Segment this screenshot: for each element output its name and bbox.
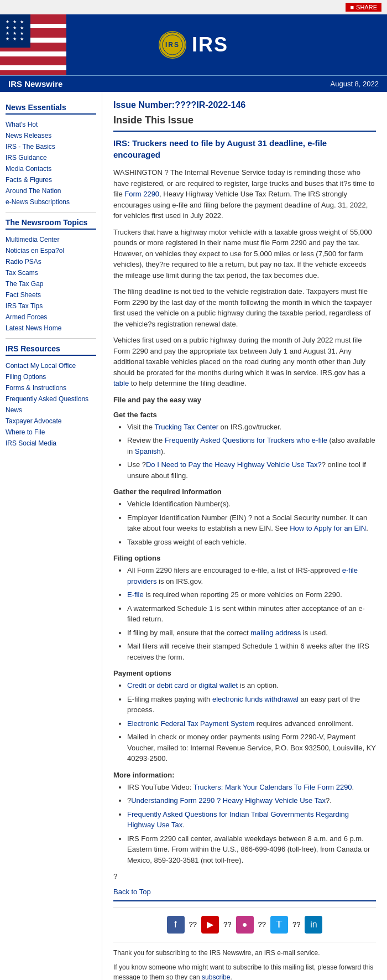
sidebar-item-where-to-file[interactable]: Where to File [6,427,96,438]
sidebar-item-fact-sheets[interactable]: Fact Sheets [6,289,96,300]
sidebar-item-enews-subs[interactable]: e-News Subscriptions [6,196,96,208]
sidebar-item-taxpayer-advocate[interactable]: Taxpayer Advocate [6,416,96,427]
paragraph-4: Vehicles first used on a public highway … [113,335,376,389]
content-area: Issue Number:????IR-2022-146 Inside This… [102,92,387,980]
flag-section: ★ ★ ★★ ★ ★★ ★ ★★ ★ ★ [0,14,66,75]
subscribe-link[interactable]: subscribe [202,973,230,981]
more-info-item-3: Frequently Asked Questions for Indian Tr… [127,809,376,831]
paragraph-3: The filing deadline is not tied to the v… [113,286,376,329]
sidebar-item-irs-tax-tips[interactable]: IRS Tax Tips [6,300,96,312]
sidebar-item-latest-news[interactable]: Latest News Home [6,323,96,334]
question-mark: ? [113,871,376,882]
forward-text: If you know someone who might want to su… [113,962,376,981]
efile-providers-link[interactable]: e-file providers [127,566,358,585]
instagram-icon[interactable]: ● [236,916,254,934]
filing-item-3: A watermarked Schedule 1 is sent within … [127,603,376,625]
file-pay-heading: File and pay the easy way [113,396,376,404]
get-facts-item-2: Review the Frequently Asked Questions fo… [127,435,376,457]
social-separator-3: ?? [258,920,266,929]
sidebar-item-radio-psas[interactable]: Radio PSAs [6,256,96,267]
news-essentials-title: News Essentials [6,103,96,115]
get-facts-item-3: Use ?Do I Need to Pay the Heavy Highway … [127,459,376,481]
eft-link[interactable]: electronic funds withdrawal [212,695,299,703]
payment-item-3: Electronic Federal Tax Payment System re… [127,718,376,729]
get-facts-item-1: Visit the Trucking Tax Center on IRS.gov… [127,422,376,433]
content-divider-1 [113,131,376,132]
trucking-tax-center-link[interactable]: Trucking Tax Center [154,423,218,431]
sidebar-item-faq[interactable]: Frequently Asked Questions [6,393,96,405]
irs-resources-title: IRS Resources [6,344,96,356]
tribal-govts-link[interactable]: Frequently Asked Questions for Indian Tr… [127,810,349,829]
newswire-title: IRS Newswire [8,79,62,89]
sidebar-item-irs-guidance[interactable]: IRS Guidance [6,152,96,163]
paragraph-2: Truckers that have a highway motor vehic… [113,227,376,281]
spanish-link[interactable]: Spanish [135,447,161,455]
mailing-address-link[interactable]: mailing address [250,629,301,637]
filing-item-4: If filing by mail, ensure that the corre… [127,628,376,639]
sidebar-item-tax-gap[interactable]: The Tax Gap [6,278,96,289]
irs-logo: IRS IRS [159,31,228,59]
sidebar-item-news[interactable]: News [6,405,96,416]
more-info-list: IRS YouTube Video: Truckers: Mark Your C… [127,782,376,866]
share-button[interactable]: ■ SHARE [346,3,381,12]
sidebar-divider-1 [6,212,96,212]
sidebar-item-irs-basics[interactable]: IRS - The Basics [6,141,96,152]
more-info-item-4: IRS Form 2290 call center, available wee… [127,833,376,866]
gather-heading: Gather the required information [113,488,376,496]
sidebar-item-facts-figures[interactable]: Facts & Figures [6,174,96,185]
sidebar-item-around-nation[interactable]: Around The Nation [6,185,96,196]
issue-number: Issue Number:????IR-2022-146 [113,100,376,110]
sidebar-item-forms-instructions[interactable]: Forms & Instructions [6,382,96,393]
sidebar-divider-2 [6,338,96,339]
filing-options-list: All Form 2290 filers are encouraged to e… [127,565,376,662]
payment-item-1: Credit or debit card or digital wallet i… [127,680,376,691]
share-label: SHARE [356,4,377,11]
sidebar-item-media-contacts[interactable]: Media Contacts [6,163,96,174]
get-facts-heading: Get the facts [113,411,376,419]
sidebar-item-local-office[interactable]: Contact My Local Office [6,360,96,371]
more-info-item-2: ?Understanding Form 2290 ? Heavy Highway… [127,795,376,806]
sidebar-item-tax-scams[interactable]: Tax Scams [6,267,96,278]
faq-truckers-link[interactable]: Frequently Asked Questions for Truckers … [165,436,327,444]
apply-ein-link[interactable]: How to Apply for an EIN [290,524,366,532]
social-separator-1: ?? [189,920,197,929]
gather-item-3: Taxable gross weight of each vehicle. [127,537,376,548]
do-i-need-to-pay-link[interactable]: Do I Need to Pay the Heavy Highway Vehic… [146,460,322,469]
content-divider-2 [113,900,376,901]
newswire-bar: IRS Newswire August 8, 2022 [0,75,387,92]
sidebar-item-multimedia[interactable]: Multimedia Center [6,234,96,245]
sidebar-item-armed-forces[interactable]: Armed Forces [6,312,96,323]
share-icon: ■ [350,4,354,11]
facebook-icon[interactable]: f [167,916,185,934]
thank-you-text: Thank you for subscribing to the IRS New… [113,948,376,958]
payment-item-2: E-filing makes paying with electronic fu… [127,694,376,715]
sidebar-item-noticias[interactable]: Noticias en Espa?ol [6,245,96,256]
form-2290-link[interactable]: Form 2290 [124,190,159,198]
payment-item-4: Mailed in check or money order payments … [127,732,376,764]
more-info-item-1: IRS YouTube Video: Truckers: Mark Your C… [127,782,376,793]
flag-blue-canton: ★ ★ ★★ ★ ★★ ★ ★★ ★ ★ [0,14,30,48]
youtube-video-link[interactable]: Truckers: Mark Your Calendars To File Fo… [194,783,352,791]
back-to-top-link[interactable]: Back to Top [113,888,151,896]
sidebar-item-whats-hot[interactable]: What's Hot [6,119,96,130]
gather-item-1: Vehicle Identification Number(s). [127,499,376,510]
social-bar: f ?? ▶ ?? ● ?? 𝕋 ?? in [113,907,376,942]
credit-card-link[interactable]: Credit or debit card or digital wallet [127,681,238,689]
efile-link[interactable]: E-file [127,590,144,599]
newswire-date: August 8, 2022 [331,80,379,88]
payment-heading: Payment options [113,669,376,677]
sidebar-item-social-media[interactable]: IRS Social Media [6,438,96,449]
gather-item-2: Employer Identification Number (EIN) ? n… [127,512,376,534]
sidebar-item-news-releases[interactable]: News Releases [6,130,96,141]
youtube-icon[interactable]: ▶ [201,916,219,934]
sidebar-item-filing-options[interactable]: Filing Options [6,371,96,382]
eftps-link[interactable]: Electronic Federal Tax Payment System [127,719,254,728]
social-separator-2: ?? [223,920,231,929]
linkedin-icon[interactable]: in [305,916,322,934]
get-facts-list: Visit the Trucking Tax Center on IRS.gov… [127,422,376,481]
table-link[interactable]: table [113,379,129,387]
gather-list: Vehicle Identification Number(s). Employ… [127,499,376,547]
twitter-icon[interactable]: 𝕋 [270,916,288,934]
social-icons: f ?? ▶ ?? ● ?? 𝕋 ?? in [167,916,323,934]
understanding-form-link[interactable]: Understanding Form 2290 ? Heavy Highway … [131,796,326,805]
